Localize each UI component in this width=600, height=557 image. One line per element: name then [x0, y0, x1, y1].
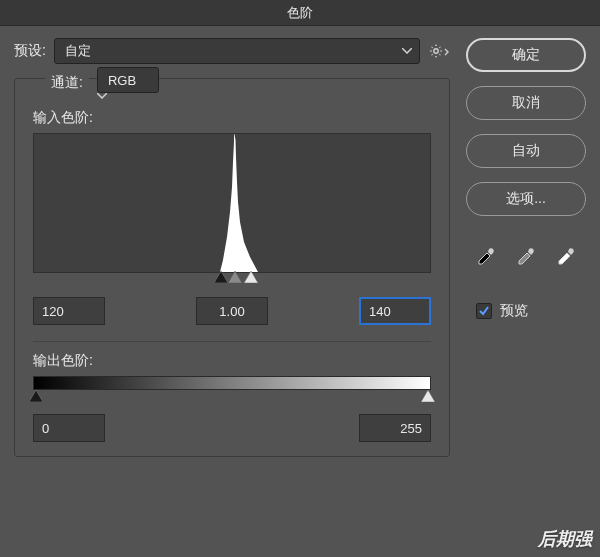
options-button[interactable]: 选项... [466, 182, 586, 216]
input-black-field[interactable] [33, 297, 105, 325]
white-eyedropper-icon[interactable] [551, 242, 581, 272]
divider [33, 341, 431, 342]
preset-menu-button[interactable] [428, 42, 450, 60]
output-gradient [33, 376, 431, 390]
channel-label: 通道: [45, 74, 89, 92]
output-black-slider[interactable] [29, 390, 43, 404]
white-point-slider[interactable] [244, 271, 258, 285]
input-gamma-field[interactable] [196, 297, 268, 325]
watermark: 后期强 [538, 527, 592, 551]
preset-value: 自定 [54, 38, 420, 64]
dialog-title: 色阶 [0, 0, 600, 26]
svg-point-0 [434, 49, 438, 53]
preview-checkbox[interactable] [476, 303, 492, 319]
gray-eyedropper-icon[interactable] [511, 242, 541, 272]
input-levels-label: 输入色阶: [33, 109, 431, 127]
output-white-field[interactable] [359, 414, 431, 442]
preview-label: 预览 [500, 302, 528, 320]
channel-select[interactable]: RGB [97, 67, 159, 99]
cancel-button[interactable]: 取消 [466, 86, 586, 120]
preset-select[interactable]: 自定 [54, 38, 420, 64]
ok-button[interactable]: 确定 [466, 38, 586, 72]
chevron-down-icon [97, 93, 159, 99]
output-slider-track[interactable] [33, 390, 431, 406]
channel-value: RGB [97, 67, 159, 93]
output-levels-label: 输出色阶: [33, 352, 431, 370]
black-eyedropper-icon[interactable] [471, 242, 501, 272]
output-black-field[interactable] [33, 414, 105, 442]
output-white-slider[interactable] [421, 390, 435, 404]
black-point-slider[interactable] [214, 271, 228, 285]
input-white-field[interactable] [359, 297, 431, 325]
auto-button[interactable]: 自动 [466, 134, 586, 168]
preset-label: 预设: [14, 42, 46, 60]
midtone-slider[interactable] [228, 271, 242, 285]
input-slider-track[interactable] [33, 271, 431, 287]
histogram [33, 133, 431, 273]
